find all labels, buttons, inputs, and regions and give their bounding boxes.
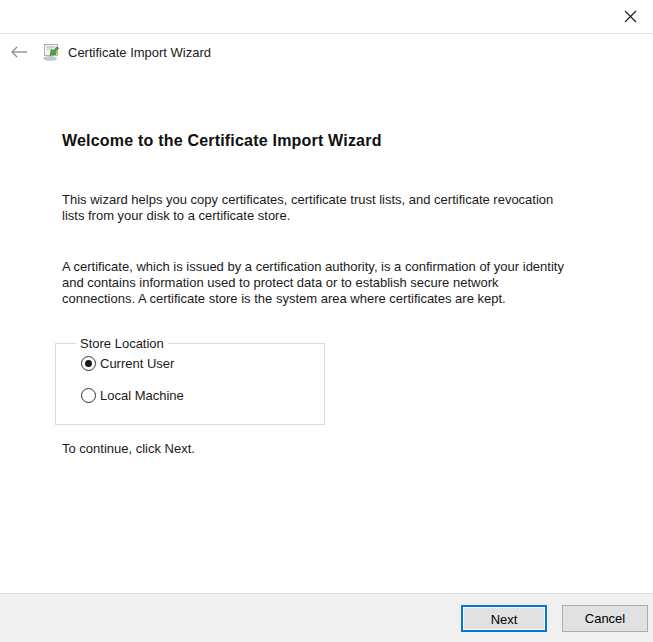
description-paragraph: A certificate, which is issued by a cert… xyxy=(62,259,602,307)
continue-hint: To continue, click Next. xyxy=(62,441,195,456)
store-location-legend: Store Location xyxy=(76,336,168,351)
next-button[interactable]: Next xyxy=(461,605,547,632)
back-button[interactable] xyxy=(2,37,36,67)
radio-button-icon xyxy=(81,356,96,371)
certificate-icon xyxy=(40,42,60,62)
radio-current-user[interactable]: Current User xyxy=(81,356,174,371)
radio-label: Current User xyxy=(100,356,174,371)
titlebar xyxy=(0,0,653,34)
page-title: Welcome to the Certificate Import Wizard xyxy=(62,132,382,150)
certificate-import-wizard-window: Certificate Import Wizard Welcome to the… xyxy=(0,0,653,642)
radio-button-icon xyxy=(81,388,96,403)
close-button[interactable] xyxy=(608,0,653,32)
cancel-button[interactable]: Cancel xyxy=(562,605,648,632)
back-arrow-icon xyxy=(10,46,28,58)
intro-paragraph: This wizard helps you copy certificates,… xyxy=(62,192,602,224)
footer: Next Cancel xyxy=(0,593,653,642)
radio-local-machine[interactable]: Local Machine xyxy=(81,388,184,403)
close-icon xyxy=(624,10,637,23)
wizard-header: Certificate Import Wizard xyxy=(0,34,653,70)
radio-label: Local Machine xyxy=(100,388,184,403)
store-location-groupbox: Store Location Current User Local Machin… xyxy=(55,343,325,425)
header-title: Certificate Import Wizard xyxy=(68,45,211,60)
